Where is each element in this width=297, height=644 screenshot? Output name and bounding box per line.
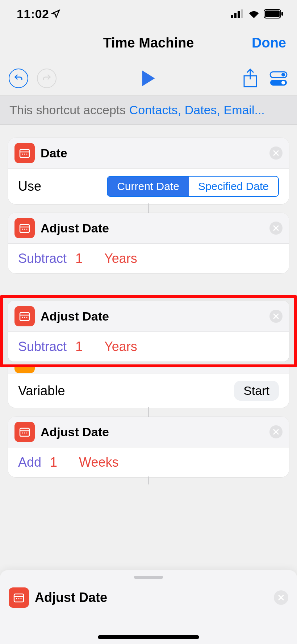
svg-point-34 bbox=[16, 598, 17, 599]
param-value[interactable]: 1 bbox=[75, 251, 83, 266]
calendar-icon bbox=[14, 306, 35, 326]
param-operation[interactable]: Subtract bbox=[18, 251, 67, 266]
calendar-icon bbox=[14, 218, 35, 238]
variable-label: Variable bbox=[18, 383, 65, 399]
svg-rect-17 bbox=[20, 224, 29, 232]
close-icon bbox=[273, 225, 279, 231]
close-icon bbox=[273, 429, 279, 435]
connector bbox=[148, 476, 149, 484]
redo-icon bbox=[42, 73, 52, 83]
svg-point-9 bbox=[281, 73, 285, 77]
svg-rect-12 bbox=[20, 149, 29, 157]
svg-point-21 bbox=[26, 229, 28, 230]
param-operation[interactable]: Subtract bbox=[18, 339, 67, 354]
battery-icon bbox=[264, 9, 284, 18]
action-adjust-date[interactable]: Adjust Date Add 1 Weeks bbox=[8, 417, 289, 477]
action-title: Adjust Date bbox=[41, 425, 109, 439]
svg-rect-22 bbox=[20, 313, 29, 321]
svg-point-11 bbox=[281, 81, 285, 84]
action-date[interactable]: Date Use Current Date Specified Date bbox=[8, 138, 289, 204]
param-unit[interactable]: Weeks bbox=[79, 455, 118, 470]
svg-point-16 bbox=[26, 154, 28, 155]
svg-point-26 bbox=[26, 317, 28, 318]
bottom-sheet[interactable]: Adjust Date bbox=[0, 570, 297, 644]
action-adjust-date-highlighted[interactable]: Adjust Date Subtract 1 Years bbox=[8, 301, 289, 362]
svg-point-25 bbox=[24, 317, 25, 318]
segment-specified-date[interactable]: Specified Date bbox=[189, 177, 278, 196]
connector bbox=[148, 203, 149, 214]
svg-rect-3 bbox=[241, 9, 243, 18]
param-value[interactable]: 1 bbox=[75, 339, 83, 354]
close-icon bbox=[278, 594, 284, 601]
play-icon bbox=[141, 70, 156, 87]
undo-button[interactable] bbox=[9, 69, 28, 88]
close-icon bbox=[273, 313, 279, 319]
svg-rect-5 bbox=[265, 11, 280, 17]
toolbar bbox=[0, 61, 297, 96]
page-title: Time Machine bbox=[103, 35, 194, 51]
delete-action-button[interactable] bbox=[269, 222, 283, 235]
svg-point-31 bbox=[26, 433, 28, 434]
use-label: Use bbox=[18, 179, 41, 194]
share-button[interactable] bbox=[240, 69, 260, 88]
svg-point-19 bbox=[22, 229, 23, 230]
shortcut-input-bar[interactable]: This shortcut accepts Contacts, Dates, E… bbox=[0, 96, 297, 125]
redo-button bbox=[37, 69, 57, 88]
toggle-icon bbox=[269, 70, 288, 86]
param-unit[interactable]: Years bbox=[104, 339, 137, 354]
close-sheet-button[interactable] bbox=[274, 590, 288, 605]
workflow: Date Use Current Date Specified Date Adj… bbox=[0, 125, 297, 484]
calendar-icon bbox=[14, 422, 35, 442]
calendar-icon bbox=[14, 143, 35, 163]
svg-rect-6 bbox=[281, 12, 283, 16]
highlight-box: Adjust Date Subtract 1 Years bbox=[0, 295, 297, 367]
close-icon bbox=[273, 150, 279, 156]
status-time: 11:02 bbox=[17, 7, 60, 21]
accepts-types[interactable]: Contacts, Dates, Email... bbox=[129, 103, 265, 117]
svg-point-15 bbox=[24, 154, 25, 155]
connector bbox=[148, 407, 149, 417]
svg-point-35 bbox=[18, 598, 20, 599]
settings-toggle-button[interactable] bbox=[269, 69, 288, 88]
svg-rect-27 bbox=[20, 428, 29, 436]
wifi-icon bbox=[248, 9, 260, 18]
svg-point-30 bbox=[24, 433, 25, 434]
home-indicator[interactable] bbox=[98, 635, 199, 639]
variable-pill[interactable]: Start bbox=[234, 381, 279, 401]
cellular-icon bbox=[231, 9, 244, 18]
play-button[interactable] bbox=[139, 69, 158, 88]
svg-point-29 bbox=[22, 433, 23, 434]
share-icon bbox=[243, 69, 258, 88]
delete-action-button[interactable] bbox=[269, 425, 283, 438]
delete-action-button[interactable] bbox=[269, 146, 283, 160]
param-value[interactable]: 1 bbox=[50, 455, 57, 470]
svg-point-24 bbox=[22, 317, 23, 318]
status-bar: 11:02 bbox=[0, 0, 297, 25]
grabber-handle[interactable] bbox=[134, 576, 163, 579]
segment-current-date[interactable]: Current Date bbox=[108, 177, 189, 196]
svg-point-36 bbox=[21, 598, 22, 599]
svg-point-20 bbox=[24, 229, 25, 230]
action-title: Date bbox=[41, 146, 67, 160]
param-unit[interactable]: Years bbox=[104, 251, 137, 266]
date-type-segmented[interactable]: Current Date Specified Date bbox=[107, 176, 279, 197]
svg-point-14 bbox=[22, 154, 23, 155]
location-icon bbox=[51, 9, 60, 18]
done-button[interactable]: Done bbox=[252, 35, 286, 51]
variable-icon bbox=[14, 367, 35, 373]
svg-rect-32 bbox=[14, 594, 24, 602]
time-text: 11:02 bbox=[17, 7, 49, 21]
action-adjust-date[interactable]: Adjust Date Subtract 1 Years bbox=[8, 213, 289, 273]
sheet-title: Adjust Date bbox=[35, 590, 107, 605]
delete-action-button[interactable] bbox=[269, 310, 283, 323]
action-title: Adjust Date bbox=[41, 309, 109, 323]
calendar-icon bbox=[9, 587, 29, 608]
accepts-label: This shortcut accepts bbox=[9, 103, 129, 117]
action-title: Adjust Date bbox=[41, 221, 109, 235]
action-set-variable[interactable]: Variable Start bbox=[8, 367, 289, 408]
param-operation[interactable]: Add bbox=[18, 455, 41, 470]
svg-rect-0 bbox=[231, 15, 233, 18]
svg-rect-2 bbox=[238, 11, 240, 18]
nav-header: Time Machine Done bbox=[0, 25, 297, 61]
undo-icon bbox=[13, 73, 24, 83]
